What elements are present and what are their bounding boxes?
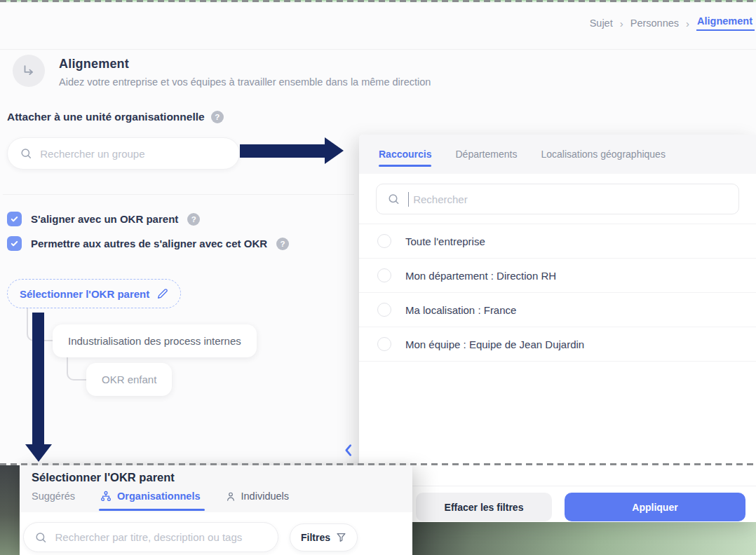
annotation-arrow-right-shaft <box>240 144 325 158</box>
list-item-label: Mon équipe : Equipe de Jean Dujardin <box>405 338 584 350</box>
search-icon <box>35 531 46 544</box>
collapse-panel-button[interactable] <box>344 444 353 460</box>
text-cursor <box>408 192 410 207</box>
check-icon <box>10 239 19 248</box>
allow-others-align-checkbox-row[interactable]: Permettre aux autres de s'aligner avec c… <box>7 236 289 251</box>
tab-departements[interactable]: Départements <box>455 135 517 174</box>
list-item-label: Toute l'entreprise <box>405 235 485 247</box>
radio-icon[interactable] <box>377 303 391 317</box>
section-divider <box>3 194 354 195</box>
filters-label: Filtres <box>301 532 330 543</box>
chevron-right-icon: › <box>620 18 623 29</box>
okr-search-input[interactable] <box>55 531 266 543</box>
footer-divider <box>359 486 756 486</box>
page-title: Alignement <box>59 55 431 71</box>
filters-button[interactable]: Filtres <box>290 523 358 551</box>
alignment-icon-circle <box>13 55 45 87</box>
group-picker-search-field[interactable] <box>376 184 739 214</box>
select-parent-okr-label: Sélectionner l'OKR parent <box>20 288 149 300</box>
funnel-icon <box>336 532 346 542</box>
align-with-parent-checkbox-row[interactable]: S'aligner avec un OKR parent ? <box>7 212 200 226</box>
list-item-equipe[interactable]: Mon équipe : Equipe de Jean Dujardin <box>359 327 756 362</box>
child-okr-card: OKR enfant <box>86 363 172 396</box>
tab-label: Organisationnels <box>117 491 200 502</box>
group-search-field[interactable] <box>7 137 240 170</box>
checkbox-label: S'aligner avec un OKR parent <box>31 213 178 225</box>
breadcrumb-personnes[interactable]: Personnes <box>630 18 679 29</box>
list-item-localisation[interactable]: Ma localisation : France <box>359 293 756 327</box>
modal-tabbar: Suggérés Organisationnels <box>32 491 400 511</box>
radio-icon[interactable] <box>377 337 391 351</box>
select-parent-okr-button[interactable]: Sélectionner l'OKR parent <box>7 279 181 308</box>
parent-okr-card: Industrialisation des process internes <box>53 324 257 357</box>
tab-organisationnels[interactable]: Organisationnels <box>100 491 200 511</box>
breadcrumb: Sujet › Personnes › Alignement <box>590 15 756 31</box>
chevron-left-icon <box>344 444 353 457</box>
pencil-icon <box>156 288 168 300</box>
help-icon[interactable]: ? <box>187 213 200 226</box>
alignment-settings-page: Sujet › Personnes › Alignement Alignemen… <box>0 0 756 555</box>
modal-header: Sélectionner l'OKR parent Suggérés Organ… <box>20 465 412 512</box>
bottom-dashed-border <box>0 463 756 465</box>
org-chart-icon <box>100 491 112 502</box>
group-picker-tabbar: Raccourcis Départements Localisations gé… <box>359 135 756 174</box>
list-item-label: Mon département : Direction RH <box>405 270 556 282</box>
tab-suggeres[interactable]: Suggérés <box>32 491 75 511</box>
okr-search-field[interactable] <box>23 522 278 552</box>
tab-localisations[interactable]: Localisations géographiques <box>541 135 665 174</box>
header-divider <box>0 49 756 50</box>
search-icon <box>388 193 400 205</box>
tab-raccourcis[interactable]: Raccourcis <box>379 135 431 174</box>
list-item-entreprise[interactable]: Toute l'entreprise <box>359 224 756 259</box>
select-parent-okr-modal: Sélectionner l'OKR parent Suggérés Organ… <box>20 465 412 555</box>
group-search-input[interactable] <box>40 148 227 160</box>
modal-title: Sélectionner l'OKR parent <box>32 471 400 484</box>
list-item-label: Ma localisation : France <box>405 304 516 316</box>
background-bottom-left <box>0 465 20 555</box>
radio-icon[interactable] <box>377 234 391 248</box>
checkbox-checked-icon[interactable] <box>7 236 22 251</box>
tab-label: Individuels <box>241 491 290 502</box>
tab-label: Suggérés <box>32 491 75 502</box>
attach-org-unit-label: Attacher à une unité organisationnelle ? <box>7 111 224 123</box>
breadcrumb-sujet[interactable]: Sujet <box>590 18 613 29</box>
page-header: Alignement Aidez votre entreprise et vos… <box>13 55 431 88</box>
annotation-arrow-right-head <box>325 137 344 164</box>
check-icon <box>10 214 19 224</box>
list-item-departement[interactable]: Mon département : Direction RH <box>359 259 756 293</box>
tab-individuels[interactable]: Individuels <box>226 491 290 511</box>
chevron-right-icon: › <box>686 18 689 29</box>
group-picker-search-wrap <box>359 174 756 224</box>
tree-connector <box>67 357 86 381</box>
return-arrow-icon <box>21 63 36 78</box>
annotation-arrow-down-head <box>25 444 52 462</box>
help-icon[interactable]: ? <box>276 238 289 250</box>
search-icon <box>20 147 32 160</box>
person-icon <box>226 491 236 502</box>
checkbox-checked-icon[interactable] <box>7 212 22 226</box>
help-icon[interactable]: ? <box>211 111 224 123</box>
background-bottom-right <box>412 522 756 555</box>
breadcrumb-alignement[interactable]: Alignement <box>696 15 755 31</box>
annotation-arrow-down-shaft <box>32 313 44 445</box>
modal-search-row: Filtres <box>20 512 412 552</box>
apply-button[interactable]: Appliquer <box>565 493 745 521</box>
checkbox-label: Permettre aux autres de s'aligner avec c… <box>31 238 267 249</box>
clear-filters-button[interactable]: Effacer les filtres <box>416 493 552 521</box>
header-text: Alignement Aidez votre entreprise et vos… <box>59 55 431 88</box>
group-picker-search-input[interactable] <box>413 193 727 205</box>
radio-icon[interactable] <box>377 268 391 282</box>
page-subtitle: Aidez votre entreprise et vos équipes à … <box>59 76 431 88</box>
top-dashed-border <box>0 0 756 2</box>
attach-org-unit-text: Attacher à une unité organisationnelle <box>7 111 205 123</box>
